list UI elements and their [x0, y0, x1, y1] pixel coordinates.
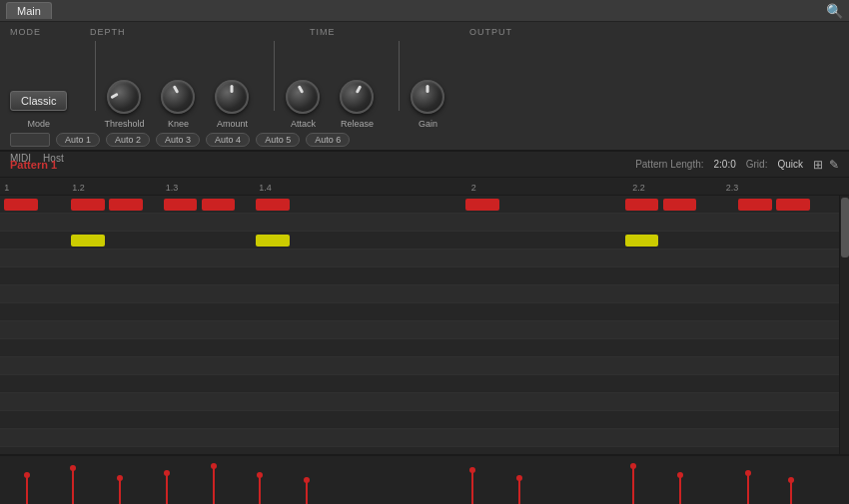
grid-scroll[interactable]: [0, 196, 849, 454]
note-block-yellow[interactable]: [625, 235, 659, 247]
note-block-red[interactable]: [465, 199, 499, 211]
pattern-name[interactable]: Pattern 1: [10, 159, 57, 171]
automation-pin[interactable]: [306, 480, 308, 504]
note-block-red[interactable]: [625, 199, 659, 211]
grid-row: [0, 375, 839, 393]
classic-mode-button[interactable]: Classic: [10, 91, 67, 111]
knee-knob[interactable]: [161, 80, 195, 114]
amount-knob-container[interactable]: [212, 77, 252, 117]
threshold-knob-container[interactable]: [104, 77, 144, 117]
grid-label: Grid:: [746, 159, 768, 170]
attack-knob-container[interactable]: [283, 77, 323, 117]
scrollbar-vertical[interactable]: [839, 196, 849, 454]
gain-knob-group: Gain: [408, 77, 447, 129]
time-section-label: TIME: [310, 27, 459, 37]
note-block-yellow[interactable]: [71, 235, 105, 247]
automation-pin-dot: [469, 467, 475, 473]
depth-separator: [95, 41, 96, 111]
timeline: 11.21.31.422.22.3: [0, 178, 849, 196]
automation-area: [0, 454, 849, 504]
output-section-label: OUTPUT: [469, 27, 549, 37]
automation-pin-dot: [630, 463, 636, 469]
threshold-label: Threshold: [104, 119, 144, 129]
note-block-red[interactable]: [164, 199, 198, 211]
amount-knob[interactable]: [215, 80, 249, 114]
tab-main[interactable]: Main: [6, 2, 52, 19]
threshold-knob[interactable]: [107, 80, 141, 114]
note-block-red[interactable]: [109, 199, 143, 211]
automation-pin-dot: [70, 465, 76, 471]
note-block-red[interactable]: [663, 199, 697, 211]
pattern-length-value: 2:0:0: [714, 159, 736, 170]
automation-pin-dot: [304, 477, 310, 483]
grid-row: [0, 303, 839, 321]
knee-knob-container[interactable]: [158, 77, 198, 117]
note-block-red[interactable]: [71, 199, 105, 211]
automation-pin[interactable]: [119, 478, 121, 504]
controls-section: MODE DEPTH TIME OUTPUT Classic Mode Thre…: [0, 22, 849, 152]
release-knob-group: Release: [337, 77, 377, 129]
pattern-length-label: Pattern Length:: [635, 159, 703, 170]
grid-row: [0, 429, 839, 447]
automation-pin-dot: [516, 475, 522, 481]
pencil-icon[interactable]: ✎: [829, 158, 839, 172]
automation-pin[interactable]: [72, 468, 74, 504]
release-knob[interactable]: [340, 80, 374, 114]
auto-2-button[interactable]: Auto 2: [106, 133, 150, 147]
automation-pin[interactable]: [790, 480, 792, 504]
knobs-row: Classic Mode Threshold Knee Amount: [0, 37, 849, 129]
note-block-yellow[interactable]: [256, 235, 290, 247]
knee-label: Knee: [168, 119, 189, 129]
release-knob-container[interactable]: [337, 77, 377, 117]
automation-pin[interactable]: [26, 475, 28, 504]
auto-4-button[interactable]: Auto 4: [206, 133, 250, 147]
note-block-red[interactable]: [4, 199, 38, 211]
knee-knob-group: Knee: [158, 77, 198, 129]
auto-5-button[interactable]: Auto 5: [256, 133, 300, 147]
scrollbar-thumb[interactable]: [841, 198, 849, 257]
grid-value: Quick: [777, 159, 803, 170]
note-block-red[interactable]: [202, 199, 236, 211]
grid-row: [0, 232, 839, 250]
timeline-mark: 1.2: [72, 183, 85, 193]
auto-6-button[interactable]: Auto 6: [306, 133, 350, 147]
gain-knob[interactable]: [411, 80, 444, 114]
gain-knob-container[interactable]: [408, 77, 447, 117]
mode-group: Classic Mode: [10, 91, 67, 129]
attack-knob[interactable]: [286, 80, 320, 114]
gain-label: Gain: [419, 119, 437, 129]
automation-pin-dot: [745, 470, 751, 476]
automation-pin[interactable]: [213, 466, 215, 504]
grid-row: [0, 250, 839, 267]
release-label: Release: [341, 119, 374, 129]
time-separator: [274, 41, 275, 111]
pattern-icons: ⊞ ✎: [813, 158, 839, 172]
search-icon[interactable]: 🔍: [826, 3, 843, 19]
mode-section-label: MODE: [10, 27, 80, 37]
automation-pin[interactable]: [471, 470, 473, 504]
grid-row: [0, 393, 839, 411]
grid-row: [0, 321, 839, 339]
auto-toggle-1[interactable]: [10, 133, 50, 147]
automation-pin[interactable]: [679, 475, 681, 504]
auto-3-button[interactable]: Auto 3: [156, 133, 200, 147]
automation-pin[interactable]: [747, 473, 749, 504]
grid-row: [0, 411, 839, 429]
note-block-red[interactable]: [256, 199, 290, 211]
automation-pin[interactable]: [166, 473, 168, 504]
grid-row: [0, 447, 839, 454]
automation-pin[interactable]: [518, 478, 520, 504]
auto-1-button[interactable]: Auto 1: [56, 133, 100, 147]
mode-knob-label: Mode: [27, 119, 50, 129]
auto-row: Auto 1 Auto 2 Auto 3 Auto 4 Auto 5 Auto …: [0, 129, 849, 151]
note-block-red[interactable]: [738, 199, 772, 211]
automation-pin[interactable]: [259, 475, 261, 504]
automation-pin[interactable]: [632, 466, 634, 504]
timeline-mark: 2: [471, 183, 476, 193]
note-block-red[interactable]: [776, 199, 810, 211]
automation-pin-dot: [164, 470, 170, 476]
automation-pin-dot: [788, 477, 794, 483]
grid-row: [0, 267, 839, 285]
attack-label: Attack: [291, 119, 316, 129]
snap-icon[interactable]: ⊞: [813, 158, 823, 172]
